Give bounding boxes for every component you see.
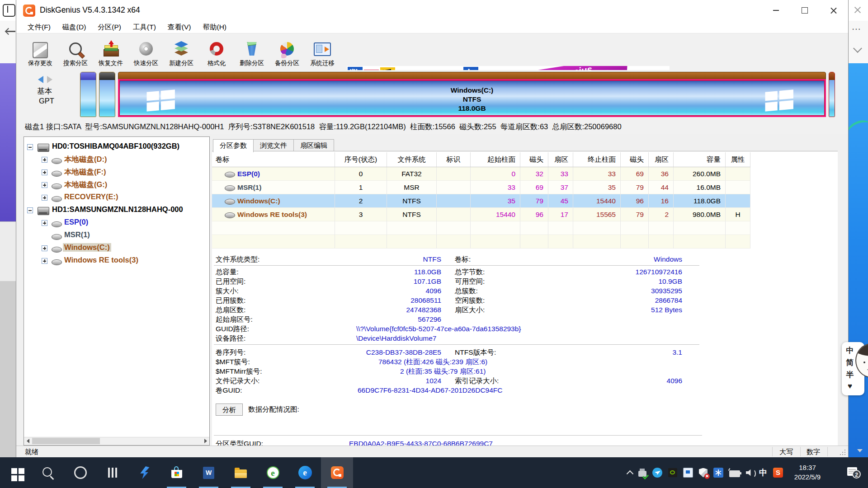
taskbar-clock[interactable]: 18:37 2022/5/9 — [787, 463, 828, 482]
diskgenius-taskbar-button[interactable] — [321, 457, 353, 488]
file-explorer-button[interactable] — [225, 457, 257, 488]
tab-partition-params[interactable]: 分区参数 — [213, 139, 254, 152]
tree-item-disk-g[interactable]: 本地磁盘(G:) — [24, 178, 209, 191]
behind-window-close-icon[interactable] — [854, 6, 862, 14]
allocation-map-label: 数据分配情况图: — [248, 405, 299, 414]
partition-icon — [52, 196, 62, 202]
close-button[interactable] — [819, 0, 848, 21]
ellipsis-menu-icon[interactable]: ⋯ — [852, 27, 863, 31]
menu-view[interactable]: 查看(V) — [162, 21, 197, 33]
save-changes-button[interactable]: 保存更改 — [23, 34, 58, 69]
table-row-msr[interactable]: MSR(1) 1 MSR 33 69 37 35 79 44 16.0MB — [212, 181, 750, 194]
tab-sector-editor[interactable]: 扇区编辑 — [294, 139, 334, 152]
ime-mode-halfwidth[interactable]: 半 — [842, 370, 858, 380]
collapse-icon[interactable] — [27, 144, 33, 150]
tab-browse-files[interactable]: 浏览文件 — [254, 139, 294, 152]
behind-window-sidebar-icon[interactable] — [3, 4, 15, 17]
task-view-button[interactable] — [96, 457, 128, 488]
nvidia-icon[interactable] — [668, 468, 677, 477]
volume-label-value: Windows — [528, 254, 682, 264]
partition-block-windows-c[interactable]: Windows(C:) NTFS 118.0GB — [118, 72, 826, 117]
expand-icon[interactable] — [42, 195, 47, 201]
save-icon — [31, 41, 49, 57]
partition-block-esp[interactable] — [80, 72, 96, 117]
system-tray: 中 S — [627, 457, 783, 488]
menu-tools[interactable]: 工具(T) — [127, 21, 162, 33]
expand-icon[interactable] — [42, 258, 47, 264]
menu-partition[interactable]: 分区(P) — [92, 21, 127, 33]
partition-block-winre[interactable] — [829, 72, 835, 117]
new-partition-button[interactable]: 新建分区 — [164, 34, 199, 69]
quick-partition-button[interactable]: 快速分区 — [128, 34, 164, 69]
prev-disk-icon[interactable] — [38, 76, 43, 83]
start-button[interactable] — [0, 457, 32, 488]
taskbar-search-button[interactable] — [32, 457, 64, 488]
tree-item-winre-tools[interactable]: Windows RE tools(3) — [24, 254, 209, 267]
flash-app-button[interactable] — [128, 457, 160, 488]
back-arrow-icon[interactable] — [6, 31, 15, 32]
expand-icon[interactable] — [42, 245, 47, 251]
table-row-esp[interactable]: ESP(0) 0 FAT32 0 32 33 33 69 36 260.0MB — [212, 167, 750, 181]
table-row-winre[interactable]: Windows RE tools(3) 3 NTFS 15440 96 17 1… — [212, 208, 750, 221]
expand-icon[interactable] — [42, 182, 47, 188]
tray-expand-icon[interactable] — [627, 470, 634, 477]
tree-item-esp[interactable]: ESP(0) — [24, 216, 209, 229]
analyze-button[interactable]: 分析 — [216, 404, 243, 416]
next-disk-icon[interactable] — [47, 76, 52, 83]
menu-file[interactable]: 文件(F) — [22, 21, 57, 33]
search-partition-button[interactable]: 搜索分区 — [58, 34, 93, 69]
browser-blue-button[interactable]: e — [289, 457, 321, 488]
tree-item-hd1[interactable]: HD1:SAMSUNGMZNLN128HAHQ-000 — [24, 204, 209, 216]
partition-icon — [52, 171, 62, 177]
word-button[interactable]: W — [193, 457, 225, 488]
tree-item-hd0[interactable]: HD0:TOSHIBAMQ04ABF100(932GB) — [24, 141, 209, 153]
browser-green-button[interactable]: e — [257, 457, 289, 488]
task-view-icon — [108, 468, 110, 478]
minimize-button[interactable] — [761, 0, 790, 21]
tree-item-disk-f[interactable]: 本地磁盘(F:) — [24, 166, 209, 178]
collapse-icon[interactable] — [27, 207, 33, 213]
table-row-windows-c-selected[interactable]: Windows(C:) 2 NTFS 35 79 45 15440 96 16 … — [212, 194, 750, 208]
scroll-down-arrow-icon[interactable] — [857, 449, 863, 452]
delete-partition-button[interactable]: 删除分区 — [234, 34, 269, 69]
security-shield-icon[interactable] — [699, 468, 708, 478]
partition-icon — [52, 183, 62, 189]
format-button[interactable]: 格式化 — [199, 34, 234, 69]
ime-indicator[interactable]: 中 — [759, 467, 767, 478]
disk-info-bar: 磁盘1 接口:SATA 型号:SAMSUNGMZNLN128HAHQ-000H1… — [16, 120, 848, 134]
ime-heart-icon[interactable]: ♥ — [842, 382, 858, 391]
resize-grip[interactable] — [840, 450, 845, 455]
volume-icon[interactable] — [746, 469, 753, 476]
scrollbar-thumb[interactable] — [32, 438, 100, 444]
expand-icon[interactable] — [42, 157, 47, 163]
status-ready: 就绪 — [25, 448, 38, 456]
expand-icon[interactable] — [42, 220, 47, 226]
sogou-icon[interactable]: S — [773, 468, 783, 478]
system-migration-button[interactable]: 系统迁移 — [305, 34, 340, 69]
battery-icon[interactable] — [729, 470, 740, 477]
menu-disk[interactable]: 磁盘(D) — [57, 21, 92, 33]
scroll-right-icon[interactable] — [202, 437, 209, 445]
ime-mode-chinese[interactable]: 中 — [842, 345, 858, 356]
tree-item-disk-d[interactable]: 本地磁盘(D:) — [24, 153, 209, 166]
cortana-button[interactable] — [64, 457, 96, 488]
intel-graphics-icon[interactable] — [683, 468, 693, 478]
scroll-left-icon[interactable] — [24, 437, 32, 445]
expand-icon[interactable] — [42, 169, 47, 175]
disc-icon — [137, 41, 155, 57]
snowflake-icon[interactable] — [713, 468, 723, 478]
partition-block-msr[interactable] — [99, 72, 115, 117]
messenger-icon[interactable] — [652, 468, 662, 478]
maximize-button[interactable] — [790, 0, 819, 21]
recover-files-button[interactable]: 恢复文件 — [93, 34, 128, 69]
tree-item-msr[interactable]: MSR(1) — [24, 229, 209, 242]
tree-item-recovery-e[interactable]: RECOVERY(E:) — [24, 191, 209, 204]
tree-item-windows-c[interactable]: Windows(C:) — [24, 242, 209, 254]
notification-center-button[interactable]: 2 — [847, 467, 857, 476]
backup-partition-button[interactable]: 备份分区 — [269, 34, 305, 69]
store-button[interactable] — [160, 457, 193, 488]
menu-help[interactable]: 帮助(H) — [197, 21, 232, 33]
printer-status-icon[interactable] — [638, 471, 646, 477]
tree-horizontal-scrollbar[interactable] — [24, 437, 209, 445]
caps-indicator: 大写 — [779, 448, 793, 456]
